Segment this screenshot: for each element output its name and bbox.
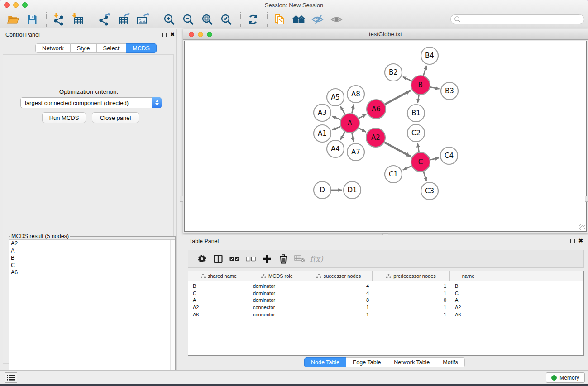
table-cell[interactable]: 0 [373, 297, 450, 304]
network-window-titlebar[interactable]: testGlobe.txt [183, 29, 588, 40]
graph-edge-C-C3[interactable] [424, 172, 427, 181]
graph-edge-B-B3[interactable] [430, 87, 440, 89]
save-session-button[interactable] [25, 13, 39, 26]
column-header-shared-name[interactable]: shared name [188, 271, 249, 281]
graph-edge-B-B2[interactable] [403, 77, 411, 81]
add-column-button[interactable] [261, 253, 273, 265]
graph-edge-A-A4[interactable] [340, 132, 345, 140]
home-view-button[interactable] [292, 13, 306, 26]
task-history-button[interactable] [5, 372, 17, 383]
table-cell[interactable]: 4 [305, 290, 373, 297]
table-cell[interactable]: A6 [450, 311, 487, 318]
graph-edge-C-C1[interactable] [403, 166, 411, 170]
float-panel-icon[interactable] [162, 33, 167, 37]
table-cell[interactable]: 1 [373, 304, 450, 311]
close-panel-icon[interactable]: ✖ [170, 31, 175, 38]
import-network-button[interactable] [52, 13, 66, 26]
splitter-grip[interactable] [585, 196, 588, 202]
search-input[interactable] [463, 16, 584, 23]
table-cell[interactable]: A [450, 297, 487, 304]
scrollbar-track[interactable] [170, 240, 175, 384]
table-row[interactable]: Cdominator41C [188, 290, 583, 297]
refresh-layout-button[interactable] [246, 13, 260, 26]
show-all-button[interactable] [330, 13, 344, 26]
delete-column-button[interactable] [277, 253, 290, 265]
table-cell[interactable]: 8 [305, 297, 373, 304]
graph-edge-C-C4[interactable] [430, 158, 439, 160]
mcds-result-item[interactable]: A [9, 247, 175, 254]
table-cell[interactable]: dominator [249, 290, 305, 297]
zoom-fit-button[interactable] [201, 13, 214, 26]
mcds-result-item[interactable]: A6 [9, 269, 175, 276]
select-all-button[interactable] [228, 253, 241, 265]
graph-edge-A-A7[interactable] [352, 133, 354, 142]
table-row[interactable]: Bdominator41B [188, 282, 583, 290]
table-cell[interactable]: 1 [305, 311, 373, 318]
table-cell[interactable]: A2 [188, 304, 249, 311]
table-settings-button[interactable] [196, 253, 208, 265]
graph-edge-A-A1[interactable] [332, 127, 341, 130]
table-cell[interactable]: 1 [373, 282, 450, 290]
close-panel-button[interactable]: Close panel [92, 112, 139, 123]
mcds-result-item[interactable]: A2 [9, 240, 175, 247]
export-image-button[interactable] [136, 13, 149, 26]
delete-table-button[interactable] [293, 253, 306, 265]
close-panel-icon[interactable]: ✖ [578, 238, 583, 244]
mcds-result-item[interactable]: C [9, 262, 175, 269]
table-cell[interactable]: A2 [450, 304, 487, 311]
graph-edge-C-C2[interactable] [418, 143, 419, 152]
splitter-grip[interactable] [180, 196, 183, 202]
table-cell[interactable]: dominator [249, 282, 305, 290]
graph-edge-A-A8[interactable] [352, 105, 354, 114]
search-field[interactable] [450, 14, 584, 24]
table-cell[interactable]: dominator [249, 297, 305, 304]
graph-edge-A-A5[interactable] [340, 106, 345, 114]
run-mcds-button[interactable]: Run MCDS [42, 112, 86, 123]
export-network-button[interactable] [98, 13, 111, 26]
table-cell[interactable]: 4 [305, 282, 373, 290]
column-header-successor-nodes[interactable]: successor nodes [305, 271, 373, 281]
float-panel-icon[interactable] [570, 239, 575, 243]
table-cell[interactable]: B [450, 282, 487, 290]
table-cell[interactable]: A [188, 297, 249, 304]
table-cell[interactable]: B [188, 282, 249, 290]
mcds-result-list[interactable]: A2ABCA6 [9, 239, 175, 384]
graph-edge-A-A6[interactable] [359, 114, 366, 119]
export-table-button[interactable] [117, 13, 130, 26]
graph-edge-B-B4[interactable] [423, 66, 426, 76]
tab-edge-table[interactable]: Edge Table [346, 357, 387, 367]
graph-edge-A6-B[interactable] [385, 91, 411, 105]
table-cell[interactable]: connector [249, 311, 305, 318]
table-cell[interactable]: A6 [188, 311, 249, 318]
window-resize-grip[interactable] [579, 224, 585, 230]
tab-select[interactable]: Select [97, 43, 126, 53]
memory-button[interactable]: Memory [546, 372, 585, 383]
tab-style[interactable]: Style [71, 43, 97, 53]
table-cell[interactable]: C [188, 290, 249, 297]
function-builder-button[interactable]: f(x) [310, 253, 322, 265]
tab-node-table[interactable]: Node Table [304, 357, 346, 367]
deselect-all-button[interactable] [244, 253, 257, 265]
column-header-predecessor-nodes[interactable]: predecessor nodes [373, 271, 450, 281]
split-view-button[interactable] [212, 253, 225, 265]
column-header-name[interactable]: name [450, 271, 487, 281]
graph-edge-A2-C[interactable] [384, 143, 411, 157]
table-cell[interactable]: 1 [373, 311, 450, 318]
tab-motifs[interactable]: Motifs [436, 357, 464, 367]
optimization-criterion-dropdown[interactable]: largest connected component (directed) [20, 97, 162, 108]
node-table[interactable]: shared name MCDS role successor nodes pr… [188, 271, 584, 356]
tab-network-table[interactable]: Network Table [387, 357, 436, 367]
open-session-button[interactable] [6, 13, 20, 26]
table-row[interactable]: Adominator80A [188, 297, 583, 304]
title-bar[interactable]: Session: New Session [0, 0, 588, 10]
duplicate-network-button[interactable] [273, 13, 287, 26]
table-cell[interactable]: 1 [305, 304, 373, 311]
graph-edge-A-A3[interactable] [332, 116, 341, 119]
zoom-selected-button[interactable] [220, 13, 233, 26]
tab-mcds[interactable]: MCDS [126, 43, 157, 53]
graph-edge-B-B1[interactable] [418, 95, 419, 103]
zoom-out-button[interactable] [182, 13, 195, 26]
tab-network[interactable]: Network [35, 43, 71, 53]
table-row[interactable]: A2connector11A2 [188, 304, 583, 311]
table-cell[interactable]: C [450, 290, 487, 297]
